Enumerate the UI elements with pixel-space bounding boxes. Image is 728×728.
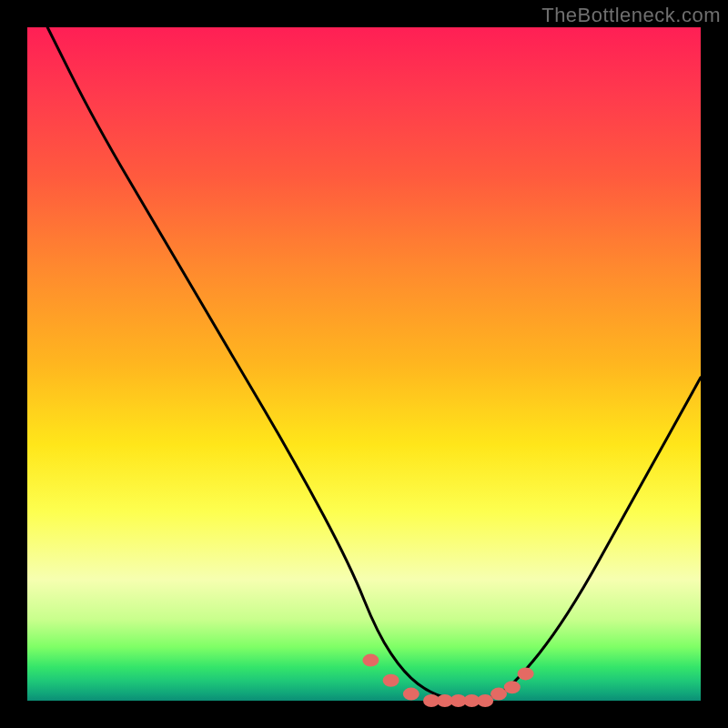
- optimal-dot: [477, 694, 493, 707]
- optimal-dot: [504, 681, 521, 693]
- bottleneck-curve: [47, 27, 701, 701]
- chart-frame: TheBottleneck.com: [0, 0, 728, 728]
- optimal-dot: [383, 674, 399, 687]
- optimal-dot: [518, 667, 534, 680]
- optimal-dot: [490, 688, 507, 701]
- optimal-dot: [362, 654, 379, 667]
- watermark-text: TheBottleneck.com: [541, 4, 721, 27]
- chart-svg-overlay: [27, 27, 701, 701]
- optimal-dot: [403, 688, 420, 701]
- optimal-range-dots: [362, 654, 533, 707]
